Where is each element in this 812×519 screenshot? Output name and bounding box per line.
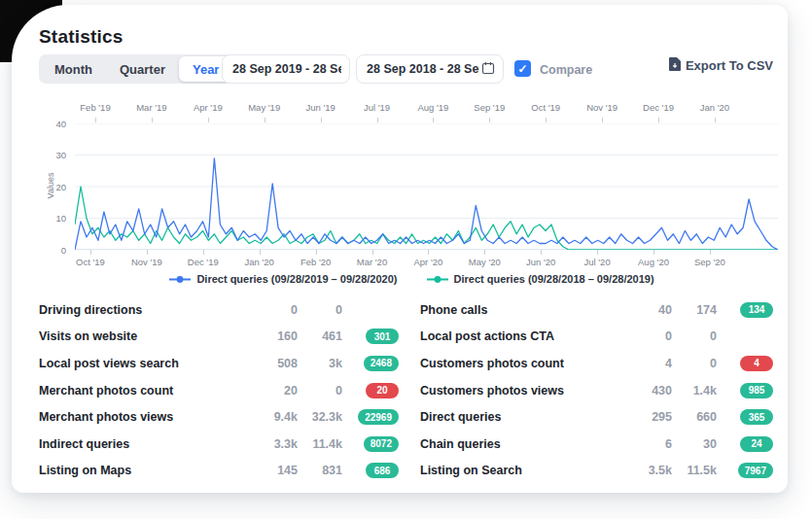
stat-value-previous: 174 <box>672 303 717 317</box>
x-top-tick <box>658 118 659 122</box>
date-range-primary-value: 28 Sep 2019 - 28 Sep 20 <box>232 62 341 76</box>
stat-diff-badge: 8072 <box>364 436 399 452</box>
stat-row: Driving directions00 <box>39 296 399 324</box>
x-top-label: Dec '19 <box>632 102 685 113</box>
x-top-label: Oct '19 <box>519 102 572 113</box>
stat-row: Indirect queries3.3k11.4k8072 <box>39 431 399 458</box>
x-top-tick <box>602 118 603 122</box>
stats-column-left: Driving directions00Visits on website160… <box>39 296 399 484</box>
stat-row: Listing on Search3.5k11.5k7967 <box>420 458 773 485</box>
export-file-icon <box>669 57 681 74</box>
y-axis-tick-label: 10 <box>29 213 66 224</box>
stat-badge-cell: 24 <box>717 436 773 452</box>
stat-diff-badge: 134 <box>740 302 773 318</box>
stat-value-previous: 0 <box>298 303 342 317</box>
x-bottom-label: Nov '19 <box>121 257 173 267</box>
y-axis-tick-label: 0 <box>29 245 66 256</box>
x-bottom-tick <box>316 250 317 255</box>
x-top-tick <box>152 118 153 122</box>
stat-value-current: 3.5k <box>625 464 672 477</box>
x-bottom-label: May '20 <box>458 257 511 267</box>
legend-item-0[interactable]: Direct queries (09/28/2019 – 09/28/2020) <box>169 273 397 285</box>
stat-badge-cell: 7967 <box>717 463 773 478</box>
x-top-label: Aug '19 <box>406 102 459 113</box>
stat-value-current: 20 <box>251 384 298 398</box>
stat-value-current: 430 <box>625 384 672 398</box>
compare-checkbox[interactable]: ✓ <box>514 60 531 77</box>
stat-diff-badge: 20 <box>366 383 399 398</box>
x-top-tick <box>489 118 490 122</box>
stat-label: Local post views search <box>39 357 251 370</box>
stat-label: Local post actions CTA <box>420 329 625 343</box>
y-axis-tick-label: 40 <box>29 119 66 129</box>
period-option-month[interactable]: Month <box>41 56 106 82</box>
stat-label: Listing on Search <box>420 464 625 477</box>
stat-diff-badge: 686 <box>366 463 399 478</box>
stat-label: Chain queries <box>420 437 625 451</box>
x-bottom-tick <box>147 250 148 255</box>
x-top-tick <box>321 118 322 122</box>
stat-row: Direct queries295660365 <box>420 403 773 431</box>
legend-item-1[interactable]: Direct queries (09/28/2018 – 09/28/2019) <box>427 273 654 285</box>
x-bottom-label: Mar '20 <box>346 257 399 267</box>
x-top-label: May '19 <box>238 102 291 113</box>
page-title: Statistics <box>39 26 123 48</box>
x-bottom-label: Jul '20 <box>571 257 623 267</box>
x-bottom-tick <box>541 250 542 255</box>
x-bottom-tick <box>203 250 204 255</box>
x-bottom-label: Apr '20 <box>402 257 454 267</box>
x-bottom-label: Dec '19 <box>177 257 229 267</box>
stat-badge-cell: 20 <box>342 383 399 398</box>
date-range-compare-input[interactable]: 28 Sep 2018 - 28 Sep <box>356 54 504 84</box>
stat-label: Merchant photos count <box>39 384 251 398</box>
stat-label: Customers photos views <box>420 384 625 398</box>
calendar-icon[interactable] <box>481 61 495 78</box>
stat-badge-cell: 22969 <box>342 409 399 425</box>
stat-diff-badge: 985 <box>740 383 773 398</box>
stat-value-previous: 0 <box>672 329 717 343</box>
stat-value-current: 0 <box>251 303 298 317</box>
x-top-tick <box>715 118 716 122</box>
stat-diff-badge: 4 <box>740 356 773 371</box>
chart-area: Feb '19Mar '19Apr '19May '19Jun '19Jul '… <box>12 97 788 296</box>
stat-value-current: 0 <box>625 329 672 343</box>
stat-badge-cell: 2468 <box>342 356 399 371</box>
x-bottom-label: Sep '20 <box>684 257 736 267</box>
stat-label: Driving directions <box>39 303 251 317</box>
y-axis-tick-label: 30 <box>29 150 66 160</box>
x-bottom-tick <box>372 250 373 255</box>
x-top-label: Feb '19 <box>69 102 122 113</box>
stats-column-right: Phone calls40174134Local post actions CT… <box>420 296 773 484</box>
stat-diff-badge: 22969 <box>358 409 399 425</box>
date-range-primary-input[interactable]: 28 Sep 2019 - 28 Sep 20 <box>222 54 350 84</box>
x-top-label: Jun '19 <box>295 102 347 113</box>
x-top-tick <box>265 118 265 122</box>
chart-plot <box>75 123 778 250</box>
stat-value-previous: 32.3k <box>298 410 342 424</box>
date-range-compare-value: 28 Sep 2018 - 28 Sep <box>367 62 479 76</box>
stat-label: Phone calls <box>420 303 625 317</box>
stat-row: Listing on Maps145831686 <box>39 458 399 485</box>
x-bottom-tick <box>260 250 261 255</box>
compare-label: Compare <box>540 63 592 77</box>
x-bottom-tick <box>710 250 711 255</box>
period-toggle-group: MonthQuarterYear <box>39 54 234 84</box>
x-bottom-tick <box>653 250 654 255</box>
stat-row: Local post actions CTA00 <box>420 324 773 351</box>
legend-label: Direct queries (09/28/2018 – 09/28/2019) <box>454 273 654 285</box>
stat-value-previous: 0 <box>672 357 717 370</box>
x-top-label: Sep '19 <box>463 102 515 113</box>
x-top-label: Jul '19 <box>351 102 404 113</box>
x-bottom-label: Aug '20 <box>627 257 680 267</box>
stat-value-current: 3.3k <box>251 437 298 451</box>
export-label: Export To CSV <box>686 58 773 73</box>
x-top-label: Nov '19 <box>576 102 628 113</box>
stat-row: Visits on website160461301 <box>39 324 399 351</box>
stat-row: Merchant photos count20020 <box>39 377 399 404</box>
period-option-quarter[interactable]: Quarter <box>106 56 179 82</box>
export-csv-button[interactable]: Export To CSV <box>669 57 773 74</box>
x-top-label: Apr '19 <box>182 102 234 113</box>
stat-value-previous: 3k <box>298 357 342 370</box>
x-top-tick <box>208 118 209 122</box>
legend-label: Direct queries (09/28/2019 – 09/28/2020) <box>196 273 397 285</box>
